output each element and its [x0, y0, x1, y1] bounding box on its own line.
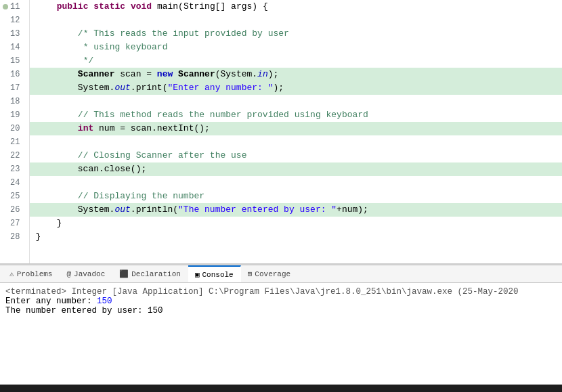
tab-bar: ⚠ Problems @ Javadoc ⬛ Declaration ▣ Con…	[0, 265, 562, 283]
javadoc-icon: @	[66, 270, 71, 278]
console-line1-value: 150	[97, 297, 112, 306]
console-line2-value: 150	[148, 306, 163, 315]
tab-problems[interactable]: ⚠ Problems	[3, 265, 60, 282]
code-line-25: // Displaying the number	[30, 190, 562, 203]
tab-declaration-label: Declaration	[131, 270, 181, 278]
line-numbers: 11 12 13 14 15 16 17 18 19 20 21 22 23 2…	[0, 0, 30, 263]
console-line-2: The number entered by user: 150	[5, 306, 557, 315]
code-line-16: Scanner scan = new Scanner(System.in);	[30, 68, 562, 81]
code-line-22: // Closing Scanner after the use	[30, 149, 562, 162]
tab-console[interactable]: ▣ Console	[188, 265, 241, 282]
code-line-23: scan.close();	[30, 162, 562, 176]
code-line-13: /* This reads the input provided by user	[30, 27, 562, 41]
code-line-21	[30, 135, 562, 149]
code-line-18	[30, 95, 562, 108]
console-icon: ▣	[195, 270, 200, 279]
code-lines[interactable]: public static void main(String[] args) {…	[30, 0, 562, 263]
code-line-27: }	[30, 217, 562, 230]
code-line-24	[30, 176, 562, 190]
tab-problems-label: Problems	[17, 270, 53, 278]
code-line-12	[30, 14, 562, 27]
console-output: <terminated> Integer [Java Application] …	[0, 283, 562, 385]
coverage-icon: ⊞	[248, 269, 253, 278]
code-line-19: // This method reads the number provided…	[30, 108, 562, 122]
console-line-1: Enter any number: 150	[5, 297, 557, 306]
problems-icon: ⚠	[9, 269, 14, 278]
code-editor[interactable]: 11 12 13 14 15 16 17 18 19 20 21 22 23 2…	[0, 0, 562, 264]
tab-javadoc-label: Javadoc	[74, 270, 105, 278]
tab-declaration[interactable]: ⬛ Declaration	[112, 265, 188, 282]
tab-coverage-label: Coverage	[255, 270, 290, 278]
code-line-15: */	[30, 54, 562, 68]
code-line-20: int num = scan.nextInt();	[30, 122, 562, 135]
bottom-panel: ⚠ Problems @ Javadoc ⬛ Declaration ▣ Con…	[0, 264, 562, 384]
code-line-17: System.out.print("Enter any number: ");	[30, 81, 562, 95]
tab-console-label: Console	[202, 271, 234, 279]
tab-javadoc[interactable]: @ Javadoc	[60, 265, 112, 282]
code-line-26: System.out.println("The number entered b…	[30, 203, 562, 217]
console-line2-label: The number entered by user:	[5, 306, 148, 315]
declaration-icon: ⬛	[119, 269, 129, 278]
code-line-11: public static void main(String[] args) {	[30, 0, 562, 14]
console-terminated-line: <terminated> Integer [Java Application] …	[5, 287, 557, 297]
console-line1-label: Enter any number:	[5, 297, 97, 306]
horizontal-scrollbar[interactable]	[0, 263, 562, 264]
code-line-14: * using keyboard	[30, 41, 562, 54]
tab-coverage[interactable]: ⊞ Coverage	[241, 265, 298, 282]
code-line-28: }	[30, 230, 562, 244]
